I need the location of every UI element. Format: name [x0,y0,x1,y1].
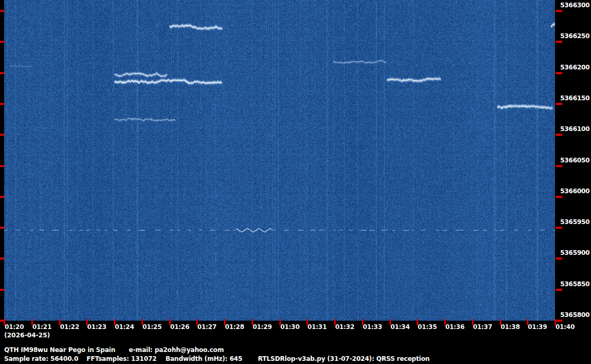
frequency-tick-right [555,10,562,12]
time-tick-label: 01:22 [60,323,79,331]
frequency-tick-right [555,227,562,229]
frequency-tick-left [0,103,4,105]
frequency-tick-label: 5366150 [560,95,589,102]
time-tick-label: 01:38 [501,323,520,331]
qth-label: QTH IM98wu Near Pego in Spain [4,346,115,354]
time-tick-label: 01:30 [280,323,300,331]
time-tick-label: 01:25 [143,323,162,331]
time-tick-label: 01:34 [391,323,410,331]
footer-line-2: Sample rate: 56400.0 FFTsamples: 131072 … [4,355,430,362]
frequency-tick-right [555,41,562,43]
frequency-tick-label: 5366200 [560,64,589,71]
frequency-tick-right [555,165,562,167]
frequency-tick-label: 5366250 [560,32,589,40]
qrss-grabber-screen: 5366300536625053662005366150536610053660… [0,0,591,364]
date-label: (2026-04-25) [4,332,50,339]
time-tick-label: 01:24 [115,323,134,331]
time-tick-label: 01:20 [5,323,24,331]
footer-line-1: QTH IM98wu Near Pego in Spain e-mail: pa… [4,346,224,354]
frequency-tick-left [0,10,4,12]
frequency-tick-right [555,257,562,260]
frequency-tick-label: 5365800 [560,311,589,319]
time-tick-label: 01:32 [335,323,354,331]
time-tick-label: 01:33 [363,323,382,331]
frequency-tick-right [555,72,562,74]
time-tick-label: 01:26 [170,323,190,331]
frequency-tick-right [555,289,562,291]
time-tick-label: 01:31 [308,323,327,331]
frequency-tick-left [0,165,4,167]
frequency-tick-left [0,72,4,74]
frequency-tick-label: 5365850 [560,280,589,288]
frequency-tick-right [555,134,562,136]
frequency-tick-left [0,289,4,291]
time-tick-label: 01:21 [32,323,52,331]
frequency-tick-left [0,227,4,229]
frequency-tick-right [555,103,562,105]
frequency-tick-label: 5365900 [560,249,589,256]
frequency-tick-left [0,196,4,198]
time-tick-label: 01:28 [225,323,244,331]
time-tick-label: 01:35 [418,323,437,331]
frequency-tick-label: 5366050 [560,157,589,164]
frequency-tick-label: 5366100 [560,125,589,133]
time-tick-label: 01:29 [253,323,272,331]
frequency-tick-right [555,320,562,322]
bandwidth-label: Bandwidth (mHz): 645 [166,355,242,362]
frequency-tick-label: 5366300 [560,2,589,9]
fft-samples-label: FFTsamples: 131072 [87,355,157,362]
time-tick-label: 01:39 [528,323,547,331]
email-label: e-mail: pa2ohh@yahoo.com [129,346,224,354]
frequency-tick-left [0,134,4,136]
time-tick-label: 01:27 [197,323,217,331]
sample-rate-label: Sample rate: 56400.0 [4,355,78,362]
frequency-tick-right [555,196,562,198]
time-tick-label: 01:23 [87,323,107,331]
frequency-tick-left [0,41,4,43]
frequency-tick-left [0,257,4,260]
time-tick-label: 01:36 [445,323,465,331]
spectrogram-waterfall [4,0,555,321]
frequency-tick-label: 5366000 [560,187,589,195]
time-tick-label: 01:40 [555,323,575,331]
time-tick-label: 01:37 [473,323,492,331]
program-label: RTLSDRlop-v3ab.py (31-07-2024): QRSS rec… [258,355,430,362]
frequency-tick-label: 5365950 [560,218,589,226]
